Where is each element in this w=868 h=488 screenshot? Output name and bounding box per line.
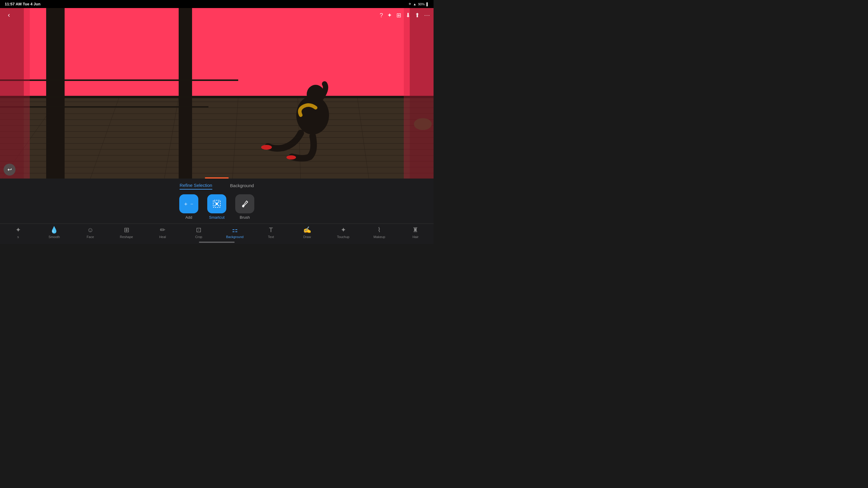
magic-wand-icon[interactable]: ✦ bbox=[387, 11, 392, 19]
brush-label: Brush bbox=[240, 215, 250, 220]
bottom-panel: Refine Selection Background ＋ － Add bbox=[0, 178, 434, 244]
svg-line-40 bbox=[218, 205, 219, 206]
crop-icon: ⊡ bbox=[196, 226, 201, 234]
hair-label: Hair bbox=[412, 235, 418, 239]
status-icons: ✈ ▲ 90% ▌ bbox=[408, 2, 429, 6]
more-icon[interactable]: ⋯ bbox=[424, 11, 430, 19]
photo-scene bbox=[0, 8, 434, 178]
smartcut-button[interactable] bbox=[207, 194, 226, 213]
add-tool-container: ＋ － Add bbox=[179, 194, 198, 220]
toolbar-item-background[interactable]: ⚏ Background bbox=[226, 226, 244, 239]
toolbar-item-heal[interactable]: ✏ Heal bbox=[154, 226, 172, 239]
toolbar-item-text[interactable]: T Text bbox=[262, 226, 280, 239]
top-right-icons: ? ✦ ⊞ ⬇ ⬆ ⋯ bbox=[380, 11, 430, 19]
svg-rect-34 bbox=[410, 8, 434, 178]
effects-icon: ✦ bbox=[16, 226, 21, 234]
download-icon[interactable]: ⬇ bbox=[406, 11, 411, 19]
reshape-label: Reshape bbox=[120, 235, 133, 239]
makeup-icon: ⌇ bbox=[378, 226, 381, 234]
svg-point-29 bbox=[286, 155, 296, 160]
brush-icon bbox=[240, 199, 250, 208]
add-remove-button[interactable]: ＋ － bbox=[179, 194, 198, 213]
tab-row: Refine Selection Background bbox=[0, 178, 434, 191]
scroll-indicator bbox=[199, 241, 235, 243]
background-label: Background bbox=[226, 235, 244, 239]
svg-rect-22 bbox=[179, 8, 192, 178]
share-icon[interactable]: ⬆ bbox=[415, 11, 420, 19]
top-toolbar: ‹ ? ✦ ⊞ ⬇ ⬆ ⋯ bbox=[0, 8, 434, 22]
smartcut-icon bbox=[212, 199, 221, 208]
svg-rect-24 bbox=[0, 79, 238, 81]
smooth-label: Smooth bbox=[49, 235, 60, 239]
smartcut-label: Smartcut bbox=[209, 215, 224, 220]
reshape-icon: ⊞ bbox=[124, 226, 129, 234]
svg-line-38 bbox=[218, 201, 219, 203]
toolbar-item-draw[interactable]: ✍ Draw bbox=[298, 226, 316, 239]
tab-refine-selection[interactable]: Refine Selection bbox=[180, 183, 212, 190]
heal-label: Heal bbox=[159, 235, 166, 239]
orange-indicator bbox=[205, 177, 229, 178]
toolbar-item-smooth[interactable]: 💧 Smooth bbox=[45, 226, 63, 239]
battery-icon: ▌ bbox=[426, 2, 429, 6]
minus-icon: － bbox=[189, 200, 194, 207]
undo-button[interactable]: ↩ bbox=[4, 164, 16, 175]
draw-icon: ✍ bbox=[303, 226, 311, 234]
crop-label: Crop bbox=[195, 235, 202, 239]
airplane-icon: ✈ bbox=[408, 2, 411, 6]
tool-buttons-row: ＋ － Add Smartcut bbox=[0, 191, 434, 221]
draw-label: Draw bbox=[303, 235, 311, 239]
background-icon: ⚏ bbox=[232, 226, 238, 234]
text-label: Text bbox=[268, 235, 274, 239]
wifi-icon: ▲ bbox=[413, 2, 416, 6]
svg-line-39 bbox=[214, 205, 216, 206]
plus-icon: ＋ bbox=[183, 200, 188, 207]
photo-area bbox=[0, 8, 434, 178]
text-icon: T bbox=[269, 226, 273, 234]
undo-icon: ↩ bbox=[7, 166, 12, 173]
svg-line-37 bbox=[214, 201, 216, 203]
svg-point-36 bbox=[216, 203, 218, 205]
toolbar-item-touchup[interactable]: ✦ Touchup bbox=[334, 226, 352, 239]
status-bar: 11:57 AM Tue 4 Jun ✈ ▲ 90% ▌ bbox=[0, 0, 434, 8]
svg-rect-25 bbox=[0, 106, 209, 107]
toolbar-item-crop[interactable]: ⊡ Crop bbox=[190, 226, 208, 239]
smooth-icon: 💧 bbox=[50, 226, 58, 234]
touchup-icon: ✦ bbox=[341, 226, 346, 234]
makeup-label: Makeup bbox=[373, 235, 385, 239]
face-label: Face bbox=[87, 235, 94, 239]
brush-tool-container: Brush bbox=[235, 194, 254, 220]
svg-point-28 bbox=[261, 145, 272, 150]
hair-icon: ♜ bbox=[412, 226, 418, 234]
status-time: 11:57 AM Tue 4 Jun bbox=[5, 2, 40, 6]
svg-rect-23 bbox=[0, 96, 434, 98]
svg-rect-21 bbox=[46, 8, 65, 178]
toolbar-item-reshape[interactable]: ⊞ Reshape bbox=[118, 226, 135, 239]
toolbar-item-hair[interactable]: ♜ Hair bbox=[406, 226, 424, 239]
effects-label: s bbox=[17, 235, 19, 239]
toolbar-item-makeup[interactable]: ⌇ Makeup bbox=[370, 226, 388, 239]
help-icon[interactable]: ? bbox=[380, 12, 383, 19]
back-button[interactable]: ‹ bbox=[4, 10, 14, 21]
smartcut-tool-container: Smartcut bbox=[207, 194, 226, 220]
bottom-toolbar: ✦ s 💧 Smooth ☺ Face ⊞ Reshape ✏ Heal ⊡ C… bbox=[0, 224, 434, 241]
battery-percent: 90% bbox=[418, 2, 425, 6]
add-label: Add bbox=[185, 215, 192, 220]
tab-background[interactable]: Background bbox=[230, 183, 254, 189]
toolbar-item-effects[interactable]: ✦ s bbox=[9, 226, 27, 239]
touchup-label: Touchup bbox=[337, 235, 349, 239]
svg-rect-33 bbox=[0, 8, 24, 178]
brush-button[interactable] bbox=[235, 194, 254, 213]
heal-icon: ✏ bbox=[160, 226, 165, 234]
toolbar-item-face[interactable]: ☺ Face bbox=[81, 226, 99, 239]
svg-rect-1 bbox=[0, 97, 434, 178]
face-icon: ☺ bbox=[87, 226, 93, 234]
layers-icon[interactable]: ⊞ bbox=[396, 11, 401, 19]
